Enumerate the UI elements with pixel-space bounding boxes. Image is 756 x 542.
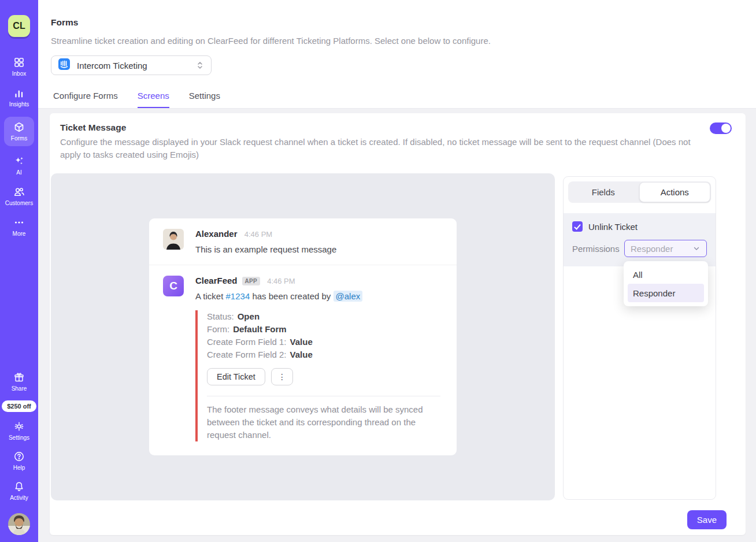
page-tabs: Configure Forms Screens Settings [53, 91, 220, 108]
sidebar-item-share[interactable]: Share [3, 370, 35, 393]
sidebar-item-help[interactable]: Help [3, 450, 35, 472]
gift-icon [13, 372, 25, 383]
grid-icon [13, 57, 25, 68]
platform-select[interactable]: Intercom Ticketing [51, 55, 212, 75]
field-label: Create Form Field 1: [207, 337, 287, 347]
field-label: Form: [207, 324, 229, 334]
page-subtitle: Streamline ticket creation and editing o… [51, 36, 491, 46]
sender-name: Alexander [195, 229, 238, 239]
save-button[interactable]: Save [687, 510, 727, 529]
ticket-text-middle: has been created by [250, 291, 333, 301]
permissions-select[interactable]: Responder [624, 240, 707, 257]
sidebar-nav: Inbox Insights Forms AI [3, 55, 35, 238]
bar-chart-icon [13, 87, 25, 99]
unlink-ticket-label: Unlink Ticket [588, 222, 638, 232]
app-root: CL Inbox Insights Forms [0, 0, 756, 542]
clearfeed-logo-avatar: C [163, 276, 184, 296]
attachment-footer-text: The footer message conveys what details … [207, 403, 440, 441]
unlink-ticket-row[interactable]: Unlink Ticket [572, 221, 707, 232]
chevron-down-icon [692, 244, 701, 253]
page-title: Forms [51, 17, 78, 28]
people-icon [13, 186, 25, 198]
promo-badge[interactable]: $250 off [2, 400, 36, 412]
ticket-field-row: Status:Open [207, 310, 440, 323]
tab-actions[interactable]: Actions [639, 182, 711, 202]
ticket-text-prefix: A ticket [195, 291, 226, 301]
sidebar-item-forms[interactable]: Forms [4, 117, 34, 146]
help-icon [13, 451, 25, 462]
sidebar-item-label: Activity [10, 495, 28, 501]
field-value: Default Form [233, 324, 287, 334]
user-avatar[interactable] [8, 513, 30, 535]
sender-name: ClearFeed [195, 276, 238, 285]
cube-icon [13, 121, 25, 133]
sidebar-bottom: Share $250 off Settings Help Activity [2, 370, 36, 542]
tab-settings[interactable]: Settings [189, 91, 220, 108]
sidebar-item-insights[interactable]: Insights [3, 86, 35, 109]
ticket-field-row: Create Form Field 2:Value [207, 348, 440, 361]
sidebar-item-activity[interactable]: Activity [3, 480, 35, 502]
permissions-select-value: Responder [631, 244, 673, 254]
permissions-row: Permissions Responder [572, 240, 707, 257]
sidebar-item-label: More [13, 231, 26, 237]
edit-ticket-button[interactable]: Edit Ticket [207, 368, 265, 385]
user-mention[interactable]: @alex [333, 291, 363, 302]
message-body: ClearFeedAPP 4:46 PM A ticket #1234 has … [195, 276, 440, 441]
sidebar-item-label: Customers [5, 200, 33, 206]
sidebar-item-label: Settings [9, 435, 29, 441]
attachment-buttons: Edit Ticket ⋮ [207, 368, 440, 385]
section-description: Configure the message displayed in your … [60, 136, 691, 161]
sidebar-item-settings[interactable]: Settings [3, 420, 35, 442]
field-label: Create Form Field 2: [207, 350, 287, 359]
toggle-knob [721, 124, 731, 133]
sidebar-item-more[interactable]: More [3, 216, 35, 238]
tab-fields[interactable]: Fields [568, 181, 639, 203]
ticket-message-card: Ticket Message Configure the message dis… [50, 113, 746, 535]
dropdown-option-responder[interactable]: Responder [628, 284, 704, 302]
select-updown-icon [196, 61, 204, 70]
sidebar-item-label: Insights [9, 101, 29, 107]
field-value: Value [290, 337, 313, 347]
attachment-divider [207, 396, 440, 396]
intercom-icon [58, 58, 70, 72]
ticket-number-link[interactable]: #1234 [226, 291, 250, 301]
message-timestamp: 4:46 PM [267, 277, 295, 285]
requester-avatar [163, 229, 184, 250]
ellipsis-icon [13, 217, 25, 228]
sidebar-item-inbox[interactable]: Inbox [3, 55, 35, 78]
platform-select-value: Intercom Ticketing [77, 61, 147, 70]
sidebar-item-label: Inbox [12, 70, 26, 77]
sidebar-item-label: Forms [11, 135, 27, 142]
message-timestamp: 4:46 PM [244, 230, 272, 239]
user-message: Alexander 4:46 PM This is an example req… [149, 218, 457, 265]
workspace-logo[interactable]: CL [8, 15, 30, 37]
actions-section: Unlink Ticket Permissions Responder [564, 213, 716, 266]
permissions-label: Permissions [572, 244, 620, 254]
slack-preview-panel: Alexander 4:46 PM This is an example req… [51, 173, 555, 500]
tab-configure-forms[interactable]: Configure Forms [53, 91, 118, 108]
sidebar-item-label: AI [16, 169, 21, 176]
sparkles-icon [13, 155, 25, 167]
sidebar-item-label: Help [13, 465, 25, 471]
slack-message-card: Alexander 4:46 PM This is an example req… [149, 218, 457, 455]
dropdown-option-all[interactable]: All [628, 265, 704, 284]
gear-icon [13, 421, 25, 432]
bot-message: C ClearFeedAPP 4:46 PM A ticket #1234 ha… [149, 265, 457, 441]
ticket-message-toggle[interactable] [710, 122, 732, 134]
unlink-ticket-checkbox[interactable] [572, 221, 583, 232]
main-area: Forms Streamline ticket creation and edi… [38, 0, 756, 542]
bell-icon [13, 481, 25, 492]
sidebar-item-ai[interactable]: AI [3, 154, 35, 177]
ticket-created-line: A ticket #1234 has been created by @alex [195, 291, 440, 301]
permissions-dropdown-menu: All Responder [624, 261, 708, 306]
section-title: Ticket Message [60, 122, 126, 133]
app-badge: APP [242, 277, 260, 285]
sidebar-item-customers[interactable]: Customers [3, 185, 35, 207]
tab-screens[interactable]: Screens [138, 91, 169, 108]
config-panel: Fields Actions Unlink Ticket Permissions… [563, 176, 716, 500]
field-value: Open [238, 311, 260, 321]
ticket-field-row: Create Form Field 1:Value [207, 336, 440, 348]
overflow-menu-button[interactable]: ⋮ [271, 368, 293, 385]
message-body: Alexander 4:46 PM This is an example req… [195, 229, 336, 254]
message-text: This is an example request message [195, 244, 336, 254]
